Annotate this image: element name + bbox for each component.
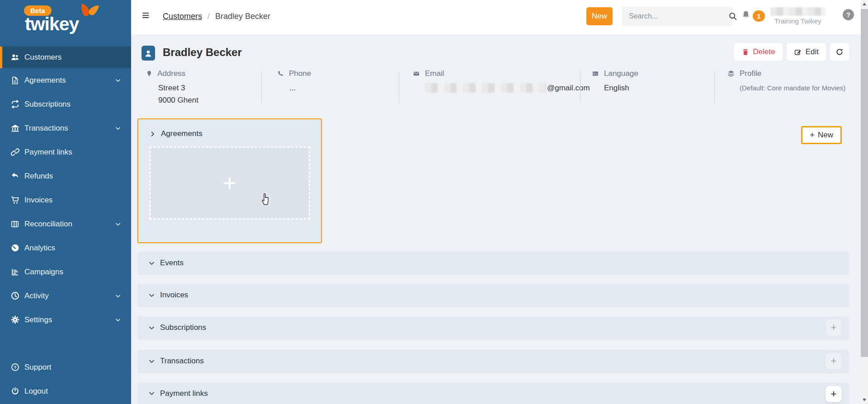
scroll-down-arrow-icon[interactable] [863, 399, 866, 401]
info-language: AZLanguage English [591, 69, 638, 94]
sidebar-item-label: Activity [24, 291, 49, 301]
search-input[interactable] [622, 12, 728, 20]
sidebar-item-settings[interactable]: Settings [0, 308, 131, 332]
layers-icon [727, 70, 735, 78]
header-actions: Delete Edit [734, 43, 849, 61]
plus-icon: + [223, 171, 236, 195]
users-icon [10, 52, 20, 62]
language-value: English [604, 82, 638, 94]
sidebar-item-label: Subscriptions [24, 100, 71, 109]
add-payment-link-button[interactable]: + [826, 386, 842, 402]
sidebar-item-reconciliation[interactable]: Reconciliation [0, 212, 131, 236]
power-icon [10, 386, 20, 396]
sidebar-item-subscriptions[interactable]: Subscriptions [0, 92, 131, 116]
redacted-email [425, 83, 546, 93]
bank-icon [10, 123, 20, 133]
account-menu[interactable]: Training Twikey [766, 7, 830, 25]
butterfly-logo-icon [79, 3, 100, 22]
new-button[interactable]: New [586, 7, 613, 25]
address-line-1: Street 3 [158, 82, 198, 94]
chevron-down-icon [148, 260, 155, 267]
sidebar-item-label: Customers [24, 53, 61, 62]
add-transaction-button[interactable]: + [826, 353, 842, 369]
sidebar-item-label: Reconciliation [24, 220, 72, 229]
sidebar-item-payment-links[interactable]: Payment links [0, 140, 131, 164]
subscriptions-section[interactable]: Subscriptions + [137, 316, 849, 339]
sidebar-item-activity[interactable]: Activity [0, 284, 131, 308]
chart-icon [10, 267, 20, 277]
svg-text:A: A [593, 72, 595, 75]
customer-info-row: Address Street 39000 Ghent Phone ... Ema… [131, 69, 861, 106]
gauge-icon [10, 243, 20, 253]
scrollbar-thumb[interactable] [861, 9, 868, 357]
search-box[interactable] [622, 7, 732, 26]
sidebar-item-label: Settings [24, 315, 52, 324]
breadcrumb-separator: / [208, 12, 210, 21]
sidebar-item-campaigns[interactable]: Campaigns [0, 260, 131, 284]
payment-links-section[interactable]: Payment links + [137, 383, 849, 404]
page-title: Bradley Becker [163, 46, 242, 59]
breadcrumb: Customers / Bradley Becker [163, 12, 270, 21]
sidebar-item-label: Invoices [24, 196, 52, 205]
phone-value: ... [289, 82, 311, 94]
sidebar-item-refunds[interactable]: Refunds [0, 164, 131, 188]
sidebar-item-analytics[interactable]: Analytics [0, 236, 131, 260]
redacted-account-name [770, 7, 826, 16]
agreements-panel: Agreements + [137, 118, 322, 243]
sidebar-item-agreements[interactable]: Agreements [0, 68, 131, 92]
sidebar-item-invoices[interactable]: Invoices [0, 188, 131, 212]
edit-button[interactable]: Edit [787, 43, 826, 61]
help-icon: ? [10, 362, 20, 372]
info-address: Address Street 39000 Ghent [146, 69, 198, 106]
divider [580, 71, 580, 104]
chevron-down-icon [115, 77, 121, 84]
scroll-up-arrow-icon[interactable] [863, 3, 866, 5]
notifications[interactable]: 1 [741, 9, 765, 22]
delete-button[interactable]: Delete [734, 43, 783, 61]
refresh-button[interactable] [830, 43, 849, 61]
phone-icon [277, 70, 284, 78]
sidebar-item-support[interactable]: ? Support [0, 355, 131, 379]
notification-badge: 1 [753, 10, 765, 22]
agreements-section-header[interactable]: Agreements [149, 129, 203, 138]
chevron-down-icon [115, 125, 121, 132]
chevron-right-icon [149, 131, 156, 137]
breadcrumb-customers-link[interactable]: Customers [163, 12, 202, 21]
repeat-icon [10, 99, 20, 109]
sidebar-item-label: Campaigns [24, 268, 63, 277]
customer-avatar [142, 46, 155, 61]
sidebar-item-label: Payment links [24, 148, 72, 157]
sidebar-item-transactions[interactable]: Transactions [0, 116, 131, 140]
sidebar-item-label: Transactions [24, 124, 68, 133]
customer-detail-page: Bradley Becker Delete Edit Address Stree… [131, 34, 861, 404]
envelope-icon [412, 70, 420, 77]
sidebar: Beta twikey Customers Agreements Subscri… [0, 0, 131, 404]
info-profile: Profile (Default: Core mandate for Movie… [727, 69, 845, 94]
email-suffix: @gmail.com [547, 82, 590, 94]
sidebar-item-label: Refunds [24, 172, 53, 181]
sidebar-item-logout[interactable]: Logout [0, 379, 131, 403]
new-agreement-button[interactable]: + New [801, 126, 842, 144]
search-icon[interactable] [728, 11, 738, 21]
clock-icon [10, 291, 20, 301]
chevron-down-icon [148, 292, 155, 299]
chevron-down-icon [115, 293, 121, 299]
gear-icon [10, 315, 20, 325]
divider [261, 71, 262, 104]
help-icon[interactable]: ? [843, 9, 854, 20]
sidebar-item-customers[interactable]: Customers [0, 47, 131, 68]
location-pin-icon [146, 70, 153, 78]
chevron-down-icon [148, 324, 155, 331]
chevron-down-icon [115, 221, 121, 227]
document-icon [10, 75, 20, 85]
chevron-down-icon [115, 317, 121, 323]
vertical-scrollbar[interactable] [861, 0, 868, 404]
add-agreement-dropzone[interactable]: + [149, 146, 310, 220]
add-subscription-button[interactable]: + [826, 319, 842, 336]
transactions-section[interactable]: Transactions + [137, 350, 849, 372]
events-section[interactable]: Events [137, 252, 849, 274]
brand-logo[interactable]: Beta twikey [0, 0, 131, 45]
invoices-section[interactable]: Invoices [137, 284, 849, 306]
trash-icon [741, 48, 750, 56]
hamburger-menu-icon[interactable]: ≡ [142, 9, 149, 22]
